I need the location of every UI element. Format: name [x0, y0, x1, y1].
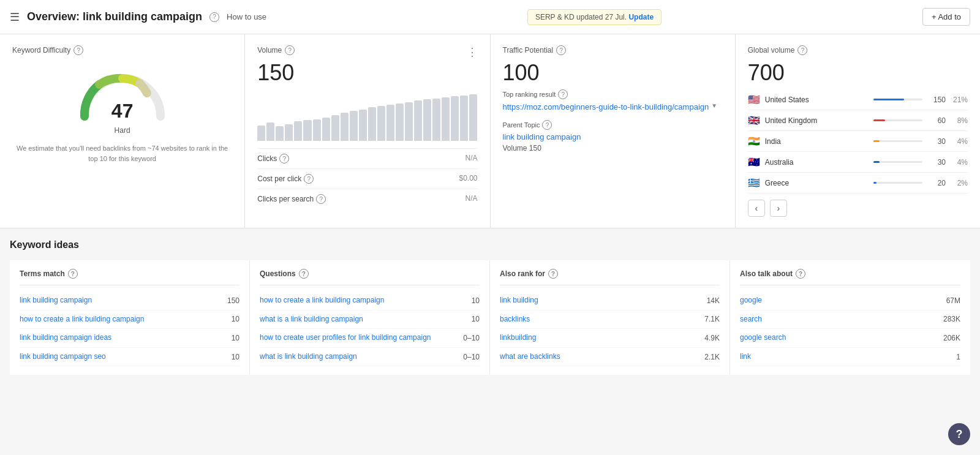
- metric-label: Clicks per search ?: [257, 194, 326, 204]
- country-pct: 2%: [951, 179, 968, 187]
- bar: [396, 103, 404, 141]
- kw-row: link building campaign ideas 10: [20, 329, 239, 348]
- kw-link[interactable]: link building: [500, 296, 702, 306]
- bar: [442, 97, 450, 141]
- country-bar-wrap: [873, 161, 922, 163]
- kw-link[interactable]: backlinks: [500, 315, 699, 325]
- gv-help-icon[interactable]: ?: [797, 45, 807, 55]
- kw-val: 10: [472, 296, 480, 305]
- bar: [294, 121, 302, 141]
- kw-link[interactable]: link: [740, 352, 951, 362]
- countries-list: 🇺🇸 United States 150 21% 🇬🇧 United Kingd…: [748, 89, 968, 194]
- questions-help-icon[interactable]: ?: [299, 269, 309, 279]
- metric-help-icon[interactable]: ?: [279, 154, 289, 164]
- prev-arrow[interactable]: ‹: [748, 200, 765, 217]
- kd-label: Keyword Difficulty ?: [12, 45, 232, 55]
- kd-help-icon[interactable]: ?: [74, 45, 83, 55]
- kw-link[interactable]: link building campaign ideas: [20, 333, 227, 343]
- also_talk_about-help-icon[interactable]: ?: [796, 269, 805, 279]
- kd-value: 47: [111, 100, 134, 122]
- also_rank_for-help-icon[interactable]: ?: [548, 269, 558, 279]
- add-to-button[interactable]: + Add to: [922, 8, 970, 26]
- bar: [405, 102, 413, 141]
- volume-menu-icon[interactable]: ⋮: [467, 45, 478, 59]
- menu-icon[interactable]: ☰: [10, 10, 20, 24]
- country-bar-fill: [873, 99, 904, 100]
- ideas-grid: Terms match ? link building campaign 150…: [10, 260, 970, 375]
- kw-row: google 67M: [740, 291, 960, 310]
- country-row: 🇦🇺 Australia 30 4%: [748, 152, 968, 173]
- country-vol: 30: [927, 158, 946, 167]
- serp-text: SERP & KD updated 27 Jul.: [535, 13, 627, 21]
- how-to-use-link[interactable]: How to use: [227, 12, 266, 21]
- country-flag: 🇬🇧: [748, 115, 760, 126]
- bar: [276, 126, 284, 141]
- page-title: Overview: link building campaign: [27, 10, 202, 23]
- country-name: Australia: [765, 158, 869, 167]
- tp-label: Traffic Potential ?: [503, 45, 723, 55]
- bar: [451, 96, 459, 141]
- kw-link[interactable]: what is a link building campaign: [260, 315, 467, 325]
- kw-link[interactable]: how to create a link building campaign: [260, 296, 467, 306]
- nav-arrows: ‹ ›: [748, 200, 968, 217]
- kw-link[interactable]: how to create a link building campaign: [20, 315, 227, 325]
- kw-link[interactable]: google search: [740, 333, 938, 343]
- terms_match-help-icon[interactable]: ?: [68, 269, 78, 279]
- kw-link[interactable]: what is link building campaign: [260, 352, 458, 362]
- kw-link[interactable]: what are backlinks: [500, 352, 699, 362]
- bar: [313, 119, 321, 141]
- country-row: 🇬🇧 United Kingdom 60 8%: [748, 110, 968, 131]
- metric-help-icon[interactable]: ?: [304, 174, 314, 184]
- kw-val: 0–10: [463, 334, 480, 342]
- kw-val: 206K: [943, 334, 960, 342]
- bar: [423, 99, 431, 141]
- metric-row: Clicks ?N/A: [257, 148, 477, 168]
- bar: [285, 124, 293, 141]
- kw-val: 1: [956, 353, 960, 361]
- bar: [469, 94, 477, 141]
- country-pct: 4%: [951, 158, 968, 167]
- kw-link[interactable]: link building campaign: [20, 296, 222, 306]
- kw-link[interactable]: how to create user profiles for link bui…: [260, 333, 458, 343]
- country-vol: 150: [927, 96, 946, 104]
- kw-val: 2.1K: [704, 353, 720, 361]
- kw-row: what is a link building campaign 10: [260, 310, 480, 329]
- metric-help-icon[interactable]: ?: [316, 194, 326, 204]
- top-result-link[interactable]: https://moz.com/beginners-guide-to-link-…: [503, 102, 723, 113]
- country-flag: 🇦🇺: [748, 156, 760, 168]
- next-arrow[interactable]: ›: [770, 200, 787, 217]
- kd-sublabel: Hard: [12, 126, 232, 135]
- title-help-icon[interactable]: ?: [209, 12, 219, 22]
- serp-update-link[interactable]: Update: [628, 13, 654, 21]
- kw-row: link building campaign seo 10: [20, 348, 239, 367]
- header: ☰ Overview: link building campaign ? How…: [0, 0, 980, 34]
- top-result-help-icon[interactable]: ?: [558, 89, 568, 99]
- bar: [460, 96, 468, 141]
- kw-row: how to create a link building campaign 1…: [260, 291, 480, 310]
- volume-help-icon[interactable]: ?: [285, 45, 295, 55]
- kw-val: 4.9K: [704, 334, 720, 342]
- metric-row: Clicks per search ?N/A: [257, 189, 477, 209]
- metric-label: Cost per click ?: [257, 174, 314, 184]
- kw-link[interactable]: google: [740, 296, 941, 306]
- parent-topic-link[interactable]: link building campaign: [503, 132, 723, 141]
- kw-val: 67M: [946, 296, 960, 305]
- metric-row: Cost per click ?$0.00: [257, 168, 477, 189]
- country-vol: 60: [927, 116, 946, 125]
- metric-label: Clicks ?: [257, 154, 289, 164]
- kw-link[interactable]: link building campaign seo: [20, 352, 227, 362]
- kw-link[interactable]: search: [740, 315, 938, 325]
- parent-topic-help-icon[interactable]: ?: [542, 120, 552, 130]
- country-bar-fill: [873, 119, 885, 121]
- ideas-col-terms_match: Terms match ? link building campaign 150…: [10, 260, 250, 375]
- volume-card: Volume ? ⋮ 150 Clicks ?N/ACost per click…: [245, 34, 490, 228]
- bar: [432, 99, 440, 141]
- ideas-col-also_talk_about: Also talk about ? google 67M search 283K…: [730, 260, 970, 375]
- kw-row: how to create user profiles for link bui…: [260, 329, 480, 348]
- tp-help-icon[interactable]: ?: [556, 45, 566, 55]
- kw-row: how to create a link building campaign 1…: [20, 310, 239, 329]
- col-header-terms_match: Terms match ?: [20, 269, 239, 285]
- kw-row: link building 14K: [500, 291, 720, 310]
- kw-link[interactable]: linkbuilding: [500, 333, 699, 343]
- tp-volume: Volume 150: [503, 144, 723, 152]
